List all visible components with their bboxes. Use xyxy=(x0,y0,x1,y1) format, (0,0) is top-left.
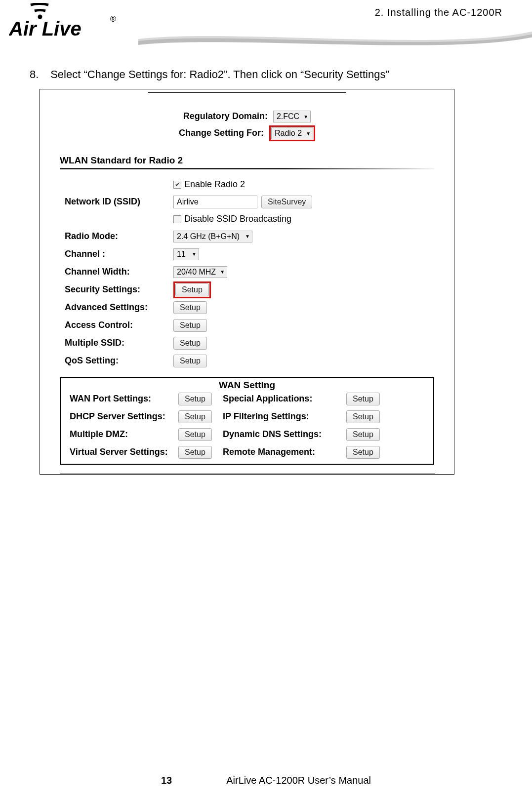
section-divider xyxy=(60,168,434,169)
channel-label: Channel : xyxy=(65,249,173,259)
wan-port-settings-setup-button[interactable]: Setup xyxy=(178,393,212,405)
advanced-settings-setup-button[interactable]: Setup xyxy=(173,301,207,314)
step-text: Select “Change Settings for: Radio2”. Th… xyxy=(50,68,389,80)
channel-width-select[interactable]: 20/40 MHZ xyxy=(173,266,227,278)
config-screenshot: Regulatory Domain: 2.FCC Change Setting … xyxy=(40,89,454,475)
page-header: Air Live ® 2. Installing the AC-1200R xyxy=(0,0,532,49)
security-settings-setup-button[interactable]: Setup xyxy=(175,283,209,296)
channel-width-label: Channel Width: xyxy=(65,267,173,277)
dynamic-dns-settings-label: Dynamic DNS Settings: xyxy=(223,429,346,440)
security-settings-row: Security Settings: Setup xyxy=(65,281,434,299)
wan-port-settings-label: WAN Port Settings: xyxy=(70,394,178,404)
virtual-server-settings-label: Virtual Server Settings: xyxy=(70,447,178,457)
channel-row: Channel : 11 xyxy=(65,245,434,263)
radio-mode-label: Radio Mode: xyxy=(65,231,173,241)
wan-setting-box: WAN Setting WAN Port Settings: Setup Spe… xyxy=(60,377,434,465)
enable-radio-checkbox[interactable]: ✔ xyxy=(173,181,181,189)
multiple-ssid-row: Multiple SSID: Setup xyxy=(65,334,434,352)
access-control-label: Access Control: xyxy=(65,320,173,330)
wan-setting-title: WAN Setting xyxy=(70,380,424,391)
change-setting-for-label: Change Setting For: xyxy=(179,128,264,138)
step-number: 8. xyxy=(30,68,47,81)
change-setting-for-highlight: Radio 2 xyxy=(269,125,315,141)
access-control-setup-button[interactable]: Setup xyxy=(173,319,207,332)
disable-broadcast-checkbox[interactable] xyxy=(173,215,181,223)
page-footer: 13 AirLive AC-1200R User’s Manual xyxy=(0,775,532,786)
manual-title: AirLive AC-1200R User’s Manual xyxy=(226,775,371,786)
disable-broadcast-row: Disable SSID Broadcasting xyxy=(173,211,434,228)
qos-setting-label: QoS Setting: xyxy=(65,356,173,366)
channel-select[interactable]: 11 xyxy=(173,248,199,260)
regulatory-domain-row: Regulatory Domain: 2.FCC xyxy=(60,111,434,122)
ip-filtering-settings-setup-button[interactable]: Setup xyxy=(346,410,380,423)
svg-text:Air Live: Air Live xyxy=(9,18,82,40)
page-number: 13 xyxy=(161,775,172,786)
radio-mode-row: Radio Mode: 2.4 GHz (B+G+N) xyxy=(65,228,434,245)
regulatory-domain-select[interactable]: 2.FCC xyxy=(273,111,311,122)
qos-setting-row: QoS Setting: Setup xyxy=(65,352,434,370)
disable-broadcast-label: Disable SSID Broadcasting xyxy=(184,214,291,224)
bottom-divider xyxy=(60,474,435,474)
dhcp-server-settings-setup-button[interactable]: Setup xyxy=(178,410,212,423)
security-settings-label: Security Settings: xyxy=(65,284,173,295)
special-applications-setup-button[interactable]: Setup xyxy=(346,393,380,405)
enable-radio-label: Enable Radio 2 xyxy=(184,179,245,190)
change-setting-for-select[interactable]: Radio 2 xyxy=(271,127,313,139)
airlive-logo: Air Live ® xyxy=(9,3,123,43)
advanced-settings-row: Advanced Settings: Setup xyxy=(65,299,434,317)
regulatory-domain-label: Regulatory Domain: xyxy=(183,111,268,121)
channel-width-row: Channel Width: 20/40 MHZ xyxy=(65,263,434,281)
dhcp-server-settings-label: DHCP Server Settings: xyxy=(70,411,178,422)
header-swoosh xyxy=(138,27,532,49)
instruction-step: 8. Select “Change Settings for: Radio2”.… xyxy=(30,68,532,81)
site-survey-button[interactable]: SiteSurvey xyxy=(261,196,312,208)
change-setting-for-row: Change Setting For: Radio 2 xyxy=(60,125,434,141)
remote-management-setup-button[interactable]: Setup xyxy=(346,446,380,459)
enable-radio-row: ✔ Enable Radio 2 xyxy=(173,176,434,193)
remote-management-label: Remote Management: xyxy=(223,447,346,457)
radio-mode-select[interactable]: 2.4 GHz (B+G+N) xyxy=(173,231,252,242)
multiple-ssid-label: Multiple SSID: xyxy=(65,338,173,348)
ssid-row: Network ID (SSID) Airlive SiteSurvey xyxy=(65,193,434,211)
multiple-dmz-label: Multiple DMZ: xyxy=(70,429,178,440)
ssid-input[interactable]: Airlive xyxy=(173,196,257,208)
wlan-section-title: WLAN Standard for Radio 2 xyxy=(60,155,434,166)
wlan-form: ✔ Enable Radio 2 Network ID (SSID) Airli… xyxy=(60,176,434,370)
access-control-row: Access Control: Setup xyxy=(65,317,434,334)
ip-filtering-settings-label: IP Filtering Settings: xyxy=(223,411,346,422)
ssid-label: Network ID (SSID) xyxy=(65,197,173,207)
special-applications-label: Special Applications: xyxy=(223,394,346,404)
multiple-dmz-setup-button[interactable]: Setup xyxy=(178,428,212,441)
dynamic-dns-settings-setup-button[interactable]: Setup xyxy=(346,428,380,441)
chapter-title: 2. Installing the AC-1200R xyxy=(375,7,502,18)
top-divider xyxy=(148,92,346,93)
virtual-server-settings-setup-button[interactable]: Setup xyxy=(178,446,212,459)
qos-setting-setup-button[interactable]: Setup xyxy=(173,355,207,367)
security-settings-highlight: Setup xyxy=(173,281,211,298)
svg-text:®: ® xyxy=(110,15,116,23)
multiple-ssid-setup-button[interactable]: Setup xyxy=(173,337,207,350)
advanced-settings-label: Advanced Settings: xyxy=(65,302,173,313)
